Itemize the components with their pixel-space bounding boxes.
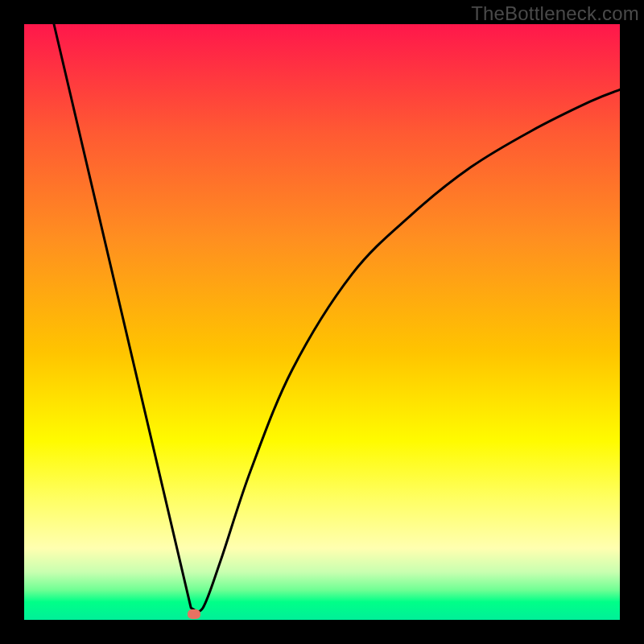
bottleneck-chart: TheBottleneck.com [0,0,644,644]
watermark-text: TheBottleneck.com [471,2,639,25]
optimum-marker [188,609,200,619]
plot-area [24,24,620,620]
curve-svg [24,24,620,620]
bottleneck-curve-line [54,24,620,612]
